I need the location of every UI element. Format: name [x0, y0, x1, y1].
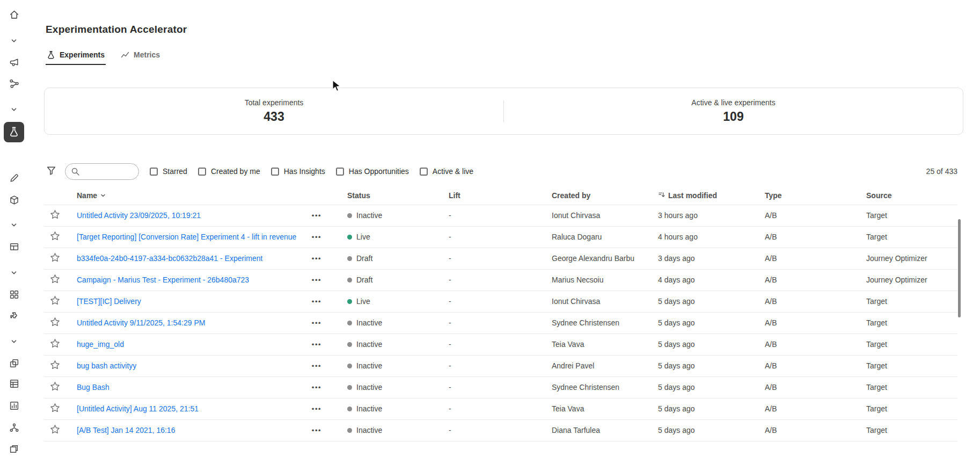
table-row[interactable]: Campaign - Marius Test - Experiment - 26…: [44, 269, 957, 291]
dashboard-grid-icon: [9, 289, 19, 301]
status-dot: [347, 278, 352, 282]
star-icon[interactable]: [50, 252, 60, 263]
column-header-source[interactable]: Source: [866, 187, 957, 205]
checkbox[interactable]: [420, 168, 428, 176]
column-header-created-by[interactable]: Created by: [552, 187, 658, 205]
experiment-name-link[interactable]: [Untitled Activity] Aug 11 2025, 21:51: [77, 404, 199, 413]
star-icon[interactable]: [50, 209, 60, 220]
checkbox[interactable]: [198, 168, 206, 176]
status-dot: [347, 321, 352, 325]
table-row[interactable]: [Untitled Activity] Aug 11 2025, 21:51 •…: [44, 398, 957, 419]
filter-funnel-button[interactable]: [46, 165, 56, 177]
more-actions-button[interactable]: •••: [312, 277, 321, 284]
sidebar-item-audiences[interactable]: [5, 420, 23, 437]
table-row[interactable]: Untitled Activity 23/09/2025, 10:19:21 •…: [44, 205, 957, 226]
sidebar-item-campaigns[interactable]: [5, 55, 23, 72]
star-icon[interactable]: [50, 338, 60, 349]
more-actions-button[interactable]: •••: [312, 298, 321, 305]
lift-value: -: [449, 334, 552, 355]
lift-value: -: [449, 226, 552, 248]
column-header-last-modified[interactable]: Last modified: [658, 187, 765, 205]
table-scrollbar-thumb[interactable]: [958, 219, 961, 317]
sidebar-item-assets[interactable]: [5, 356, 23, 373]
more-actions-button[interactable]: •••: [312, 320, 321, 327]
sidebar-section-toggle[interactable]: [5, 36, 23, 47]
status-dot: [347, 299, 352, 304]
star-icon[interactable]: [50, 295, 60, 306]
filter-checkbox-created-by-me[interactable]: Created by me: [198, 167, 260, 176]
sidebar-item-schemas[interactable]: [5, 376, 23, 393]
sidebar-item-dashboards[interactable]: [5, 287, 23, 304]
star-icon[interactable]: [50, 403, 60, 413]
sidebar-item-experimentation[interactable]: [4, 122, 24, 142]
star-icon[interactable]: [50, 381, 60, 392]
experiment-name-link[interactable]: [TEST][IC] Delivery: [77, 297, 141, 306]
checkbox[interactable]: [271, 168, 279, 176]
experiment-name-link[interactable]: [Target Reporting] [Conversion Rate] Exp…: [77, 233, 296, 241]
experiment-name-link[interactable]: Untitled Activity 9/11/2025, 1:54:29 PM: [77, 318, 205, 327]
table-row[interactable]: [TEST][IC] Delivery ••• Live - Ionut Chi…: [44, 291, 957, 312]
table-row[interactable]: Bug Bash ••• Inactive - Sydnee Christens…: [44, 376, 957, 398]
box-icon: [9, 195, 19, 207]
last-modified: 3 days ago: [658, 248, 765, 269]
table-row[interactable]: b334fe0a-24b0-4197-a334-bc0632b28a41 - E…: [44, 248, 957, 269]
status-label: Inactive: [356, 211, 382, 220]
experiment-name-link[interactable]: Untitled Activity 23/09/2025, 10:19:21: [77, 211, 201, 220]
experiment-name-link[interactable]: [A/B Test] Jan 14 2021, 16:16: [77, 426, 175, 434]
column-header-name[interactable]: Name: [77, 187, 347, 205]
experiment-name-link[interactable]: huge_img_old: [77, 340, 124, 349]
results-count: 25 of 433: [926, 167, 957, 176]
org-chart-icon: [9, 423, 19, 434]
lift-value: -: [449, 312, 552, 334]
sidebar-item-home[interactable]: [5, 7, 23, 24]
more-actions-button[interactable]: •••: [312, 427, 321, 434]
table-row[interactable]: [A/B Test] Jan 14 2021, 16:16 ••• Inacti…: [44, 419, 957, 441]
filter-checkbox-starred[interactable]: Starred: [150, 167, 187, 176]
star-icon[interactable]: [50, 360, 60, 370]
windows-icon: [9, 444, 19, 455]
table-row[interactable]: [Target Reporting] [Conversion Rate] Exp…: [44, 226, 957, 248]
filter-checkbox-has-insights[interactable]: Has Insights: [271, 167, 325, 176]
sidebar-section-toggle[interactable]: [5, 268, 23, 279]
experiment-name-link[interactable]: b334fe0a-24b0-4197-a334-bc0632b28a41 - E…: [77, 254, 262, 263]
experiment-name-link[interactable]: bug bash activityy: [77, 361, 136, 370]
filter-checkbox-active-and-live[interactable]: Active & live: [420, 167, 473, 176]
more-actions-button[interactable]: •••: [312, 363, 321, 369]
more-actions-button[interactable]: •••: [312, 255, 321, 262]
more-actions-button[interactable]: •••: [312, 341, 321, 348]
column-header-lift[interactable]: Lift: [449, 187, 552, 205]
column-label: Source: [866, 191, 891, 200]
more-actions-button[interactable]: •••: [312, 384, 321, 391]
sidebar-item-extensions[interactable]: [5, 308, 23, 325]
table-row[interactable]: huge_img_old ••• Inactive - Teia Vava 5 …: [44, 334, 957, 355]
column-header-type[interactable]: Type: [765, 187, 866, 205]
star-icon[interactable]: [50, 231, 60, 241]
checkbox[interactable]: [336, 168, 344, 176]
experiment-name-link[interactable]: Bug Bash: [77, 383, 109, 392]
experiment-type: A/B: [765, 291, 866, 312]
tab-metrics[interactable]: Metrics: [120, 47, 161, 65]
sidebar-item-journeys[interactable]: [5, 76, 23, 93]
table-row[interactable]: Untitled Activity 9/11/2025, 1:54:29 PM …: [44, 312, 957, 334]
filter-checkbox-has-opportunities[interactable]: Has Opportunities: [336, 167, 409, 176]
sidebar-item-datasets[interactable]: [5, 239, 23, 256]
tab-experiments[interactable]: Experiments: [46, 47, 106, 65]
more-actions-button[interactable]: •••: [312, 405, 321, 412]
column-header-status[interactable]: Status: [347, 187, 449, 205]
more-actions-button[interactable]: •••: [312, 212, 321, 219]
tab-label: Experiments: [60, 50, 105, 59]
star-icon[interactable]: [50, 317, 60, 327]
sidebar-item-workspaces[interactable]: [5, 441, 23, 458]
checkbox[interactable]: [150, 168, 158, 176]
sidebar-item-authoring[interactable]: [5, 170, 23, 187]
experiment-name-link[interactable]: Campaign - Marius Test - Experiment - 26…: [77, 276, 249, 284]
more-actions-button[interactable]: •••: [312, 234, 321, 241]
sidebar-item-offers[interactable]: [5, 192, 23, 209]
star-icon[interactable]: [50, 274, 60, 284]
sidebar-section-toggle[interactable]: [5, 105, 23, 115]
sidebar-item-reports[interactable]: [5, 398, 23, 415]
star-icon[interactable]: [50, 424, 60, 434]
table-row[interactable]: bug bash activityy ••• Inactive - Andrei…: [44, 355, 957, 376]
sidebar-section-toggle[interactable]: [5, 220, 23, 231]
sidebar-section-toggle[interactable]: [5, 337, 23, 347]
